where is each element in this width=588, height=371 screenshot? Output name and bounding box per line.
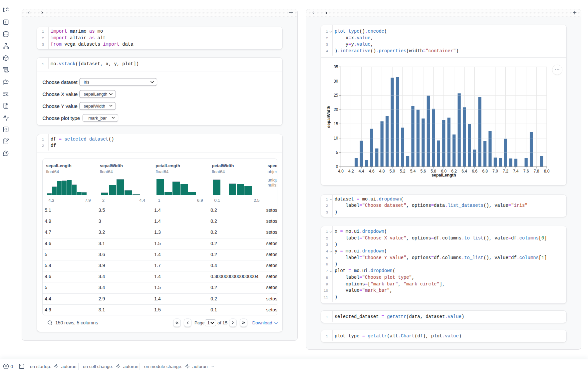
svg-text:30: 30 [334,79,338,84]
svg-text:5.2: 5.2 [400,169,406,174]
svg-text:sepalLength: sepalLength [432,173,456,178]
svg-text:4.8: 4.8 [379,169,385,174]
svg-text:8.0: 8.0 [544,169,550,174]
svg-text:7.4: 7.4 [513,169,519,174]
svg-text:4.2: 4.2 [348,169,354,174]
svg-text:6.6: 6.6 [472,169,477,174]
svg-text:10: 10 [334,136,338,141]
svg-text:4.6: 4.6 [369,169,375,174]
svg-text:7.2: 7.2 [503,169,508,174]
svg-text:35: 35 [334,65,338,69]
svg-text:sepalWidth: sepalWidth [326,106,331,128]
svg-text:7.6: 7.6 [523,169,529,174]
svg-text:4.0: 4.0 [338,169,344,174]
svg-text:7.0: 7.0 [492,169,498,174]
svg-text:6.8: 6.8 [482,169,488,174]
svg-text:5: 5 [336,150,338,155]
svg-text:15: 15 [334,122,338,126]
svg-text:5.4: 5.4 [410,169,416,174]
svg-text:20: 20 [334,107,338,112]
svg-text:0: 0 [336,165,338,169]
svg-text:5.6: 5.6 [421,169,426,174]
svg-text:4.4: 4.4 [359,169,364,174]
svg-text:5.0: 5.0 [390,169,395,174]
svg-text:7.8: 7.8 [534,169,539,174]
svg-text:6.4: 6.4 [461,169,467,174]
svg-text:25: 25 [334,93,338,98]
